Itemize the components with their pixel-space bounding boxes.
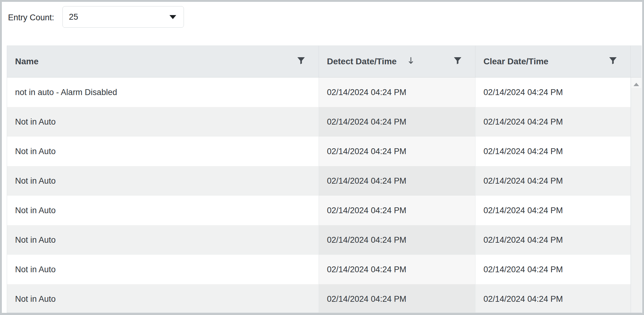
cell-name: Not in Auto <box>7 255 319 284</box>
grid-rows: not in auto - Alarm Disabled02/14/2024 0… <box>7 78 631 313</box>
cell-detect: 02/14/2024 04:24 PM <box>319 137 475 166</box>
cell-name: Not in Auto <box>7 225 319 255</box>
cell-detect: 02/14/2024 04:24 PM <box>319 166 475 196</box>
cell-detect: 02/14/2024 04:24 PM <box>319 284 475 313</box>
cell-detect: 02/14/2024 04:24 PM <box>319 78 475 107</box>
cell-name: Not in Auto <box>7 284 319 313</box>
cell-name: Not in Auto <box>7 107 319 137</box>
cell-clear: 02/14/2024 04:24 PM <box>475 78 631 107</box>
table-row[interactable]: Not in Auto02/14/2024 04:24 PM02/14/2024… <box>7 255 631 284</box>
grid-header-row: Name Detect Date/Time Clear Date/Time <box>7 46 641 78</box>
cell-clear: 02/14/2024 04:24 PM <box>475 225 631 255</box>
alarm-grid: Name Detect Date/Time Clear Date/Time <box>7 46 642 313</box>
triangle-up-icon <box>634 83 639 86</box>
cell-name: Not in Auto <box>7 196 319 225</box>
filter-funnel-icon[interactable] <box>454 57 462 67</box>
cell-detect: 02/14/2024 04:24 PM <box>319 196 475 225</box>
cell-name: Not in Auto <box>7 166 319 196</box>
column-header-clear-datetime[interactable]: Clear Date/Time <box>475 46 631 77</box>
filter-funnel-icon[interactable] <box>297 57 305 67</box>
arrow-down-icon <box>408 57 414 67</box>
cell-clear: 02/14/2024 04:24 PM <box>475 255 631 284</box>
column-header-name-label: Name <box>15 57 38 66</box>
cell-detect: 02/14/2024 04:24 PM <box>319 225 475 255</box>
filter-funnel-icon[interactable] <box>609 57 617 67</box>
table-row[interactable]: Not in Auto02/14/2024 04:24 PM02/14/2024… <box>7 166 631 196</box>
table-row[interactable]: Not in Auto02/14/2024 04:24 PM02/14/2024… <box>7 196 631 225</box>
cell-name: not in auto - Alarm Disabled <box>7 78 319 107</box>
table-row[interactable]: Not in Auto02/14/2024 04:24 PM02/14/2024… <box>7 225 631 255</box>
entry-count-select[interactable]: 25 <box>62 6 184 28</box>
entry-count-label: Entry Count: <box>8 12 54 23</box>
cell-detect: 02/14/2024 04:24 PM <box>319 107 475 137</box>
column-header-name[interactable]: Name <box>7 46 319 77</box>
cell-clear: 02/14/2024 04:24 PM <box>475 107 631 137</box>
cell-clear: 02/14/2024 04:24 PM <box>475 284 631 313</box>
table-row[interactable]: Not in Auto02/14/2024 04:24 PM02/14/2024… <box>7 137 631 166</box>
column-header-clear-label: Clear Date/Time <box>483 57 548 66</box>
table-row[interactable]: not in auto - Alarm Disabled02/14/2024 0… <box>7 78 631 107</box>
cell-detect: 02/14/2024 04:24 PM <box>319 255 475 284</box>
scroll-up-button[interactable] <box>631 78 641 88</box>
vertical-scrollbar[interactable] <box>631 78 641 313</box>
cell-clear: 02/14/2024 04:24 PM <box>475 196 631 225</box>
cell-name: Not in Auto <box>7 137 319 166</box>
grid-body: not in auto - Alarm Disabled02/14/2024 0… <box>7 78 641 313</box>
cell-clear: 02/14/2024 04:24 PM <box>475 137 631 166</box>
column-header-detect-label: Detect Date/Time <box>327 57 397 66</box>
table-row[interactable]: Not in Auto02/14/2024 04:24 PM02/14/2024… <box>7 284 631 313</box>
column-header-detect-datetime[interactable]: Detect Date/Time <box>319 46 475 77</box>
cell-clear: 02/14/2024 04:24 PM <box>475 166 631 196</box>
entry-count-selected-value: 25 <box>69 12 78 22</box>
chevron-down-icon <box>169 15 176 19</box>
table-row[interactable]: Not in Auto02/14/2024 04:24 PM02/14/2024… <box>7 107 631 137</box>
header-scrollbar-spacer <box>631 46 641 77</box>
